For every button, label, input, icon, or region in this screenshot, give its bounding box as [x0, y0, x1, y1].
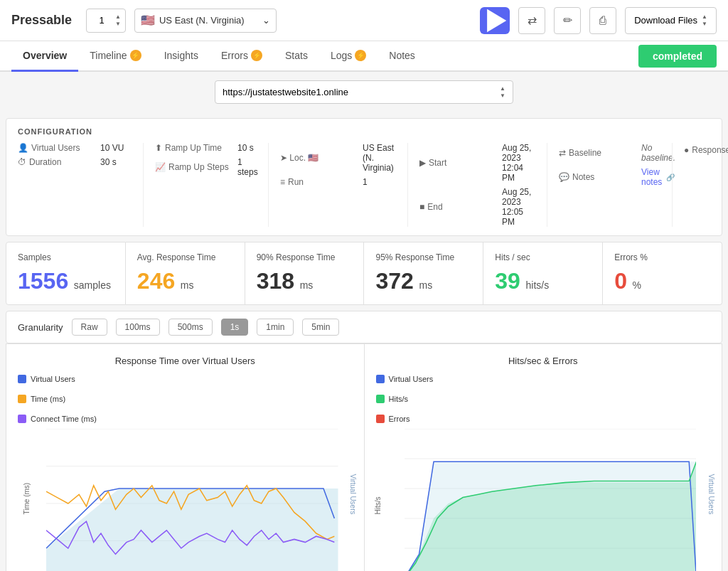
metric-samples-label: Samples [18, 252, 114, 262]
url-bar-container: ▲ ▼ [0, 72, 728, 112]
timeline-badge: ⚡ [130, 50, 141, 61]
time-legend-dot [18, 395, 26, 403]
hits-legend-dot [376, 395, 385, 403]
hits-y-right-label: Virtual Users [707, 474, 715, 515]
configuration-title: CONFIGURATION [18, 127, 710, 136]
metric-avg-value: 246 ms [137, 268, 233, 294]
location-config-value: US East (N. Virginia) [363, 143, 396, 173]
tab-logs[interactable]: Logs ⚡ [319, 41, 378, 72]
hits-y-label: Hits/s [374, 497, 382, 515]
metric-errors-pct: Errors % 0 % [603, 242, 722, 305]
run-value: 1 [363, 177, 368, 187]
response-time-chart-title: Response Time over Virtual Users [18, 356, 353, 366]
hits-errors-chart: Hits/sec & Errors Virtual Users Hits/s E… [365, 343, 723, 571]
url-arrows[interactable]: ▲ ▼ [500, 85, 505, 99]
metric-hits-per-sec: Hits / sec 39 hits/s [483, 242, 603, 305]
end-value: Aug 25, 2023 12:05 PM [502, 187, 535, 227]
metric-errors-value: 0 % [614, 268, 710, 294]
baseline-label: ⇄ Baseline [559, 148, 637, 158]
virtual-users-value: 10 VU [100, 143, 124, 153]
metric-hits-label: Hits / sec [495, 252, 591, 262]
svg-marker-0 [487, 9, 506, 32]
metrics-grid: Samples 1556 samples Avg. Response Time … [6, 242, 722, 305]
gran-500ms[interactable]: 500ms [168, 319, 213, 336]
legend-vu: Virtual Users [18, 375, 353, 383]
notes-config-label: 💬 Notes [559, 172, 637, 182]
vu-input[interactable]: 1 [91, 15, 112, 26]
url-input[interactable] [223, 87, 494, 97]
run-label: ≡ Run [280, 177, 358, 187]
end-label: ■ End [419, 202, 498, 212]
notes-row: 💬 Notes View notes 🔗 [559, 167, 660, 187]
response-time-y-right-label: Virtual Users [349, 474, 357, 515]
play-button[interactable] [480, 7, 510, 34]
view-notes-link[interactable]: View notes [641, 167, 662, 187]
run-row: ≡ Run 1 [280, 177, 396, 187]
virtual-users-row: 👤 Virtual Users 10 VU [18, 143, 132, 153]
location-flag: 🇺🇸 [141, 14, 155, 27]
location-row: ➤ Loc. 🇺🇸 US East (N. Virginia) [280, 143, 396, 173]
metric-hits-value: 39 hits/s [495, 268, 591, 294]
metric-samples-value: 1556 samples [18, 268, 114, 294]
location-dropdown[interactable]: 🇺🇸 US East (N. Virginia) ⌄ [134, 9, 277, 33]
location-text: US East (N. Virginia) [159, 15, 258, 26]
print-button[interactable]: ⎙ [589, 7, 616, 34]
response-codes-row: ● Response codes 200 [684, 143, 728, 156]
baseline-value: No baseline. [641, 143, 675, 163]
metric-errors-label: Errors % [614, 252, 710, 262]
metric-90pct-value: 318 ms [257, 268, 353, 294]
metric-90pct-label: 90% Response Time [257, 252, 353, 262]
brand-logo: Pressable [11, 13, 72, 28]
metric-95pct-label: 95% Response Time [375, 252, 471, 262]
tab-notes[interactable]: Notes [378, 41, 427, 72]
start-value: Aug 25, 2023 12:04 PM [502, 143, 535, 183]
hits-errors-svg: 50 40 30 20 10 0 12.5 10 7.5 5 2.5 0 [405, 429, 697, 571]
location-arrow-icon: ⌄ [262, 15, 270, 26]
response-time-chart-area: Time (ms) Virtual Users 500 400 300 200 … [18, 429, 353, 571]
legend-errors: Errors [376, 415, 711, 423]
tab-timeline[interactable]: Timeline ⚡ [78, 41, 152, 72]
ramp-up-time-label: ⬆ Ramp Up Time [155, 143, 233, 153]
edit-button[interactable]: ✏ [554, 7, 581, 34]
tab-errors[interactable]: Errors ⚡ [210, 41, 274, 72]
tab-insights[interactable]: Insights [153, 41, 210, 72]
gran-100ms[interactable]: 100ms [116, 319, 160, 336]
gran-5min[interactable]: 5min [302, 319, 339, 336]
baseline-row: ⇄ Baseline No baseline. [559, 143, 660, 163]
status-badge: completed [638, 45, 717, 68]
tab-stats[interactable]: Stats [274, 41, 319, 72]
metric-95pct-value: 372 ms [375, 268, 471, 294]
configuration-section: CONFIGURATION 👤 Virtual Users 10 VU ⏱ Du… [6, 118, 722, 236]
tab-overview[interactable]: Overview [11, 41, 78, 72]
start-row: ▶ Start Aug 25, 2023 12:04 PM [419, 143, 535, 183]
location-config-label: ➤ Loc. 🇺🇸 [280, 153, 358, 163]
errors-badge: ⚡ [251, 50, 262, 61]
gran-raw[interactable]: Raw [72, 319, 107, 336]
gran-1min[interactable]: 1min [257, 319, 294, 336]
ramp-up-time-row: ⬆ Ramp Up Time 10 s [155, 143, 257, 153]
vu-legend-dot [18, 375, 26, 383]
duration-label: ⏱ Duration [18, 157, 96, 167]
errors-legend-dot [376, 415, 385, 423]
metric-samples: Samples 1556 samples [6, 242, 126, 305]
url-bar[interactable]: ▲ ▼ [215, 80, 513, 104]
end-row: ■ End Aug 25, 2023 12:05 PM [419, 187, 535, 227]
granularity-label: Granularity [18, 322, 63, 333]
gran-1s[interactable]: 1s [221, 319, 249, 336]
response-time-y-label: Time (ms) [23, 483, 31, 515]
charts-row: Response Time over Virtual Users Virtual… [6, 343, 722, 571]
granularity-controls: Granularity Raw 100ms 500ms 1s 1min 5min [6, 311, 722, 343]
hits-errors-legend: Virtual Users Hits/s Errors [376, 375, 711, 423]
response-time-legend: Virtual Users Time (ms) Connect Time (ms… [18, 375, 353, 423]
download-files-button[interactable]: Download Files ▲▼ [625, 7, 717, 34]
vu-spinner[interactable]: 1 ▲▼ [86, 9, 126, 33]
logs-badge: ⚡ [355, 50, 366, 61]
vu-arrows[interactable]: ▲▼ [115, 14, 121, 27]
refresh-button[interactable]: ⇄ [518, 7, 545, 34]
metric-95pct: 95% Response Time 372 ms [364, 242, 483, 305]
metric-avg-label: Avg. Response Time [137, 252, 233, 262]
metric-90pct: 90% Response Time 318 ms [245, 242, 365, 305]
legend-connect-time: Connect Time (ms) [18, 415, 353, 423]
ramp-up-steps-value: 1 steps [237, 157, 258, 177]
vu-right-area [405, 461, 697, 571]
